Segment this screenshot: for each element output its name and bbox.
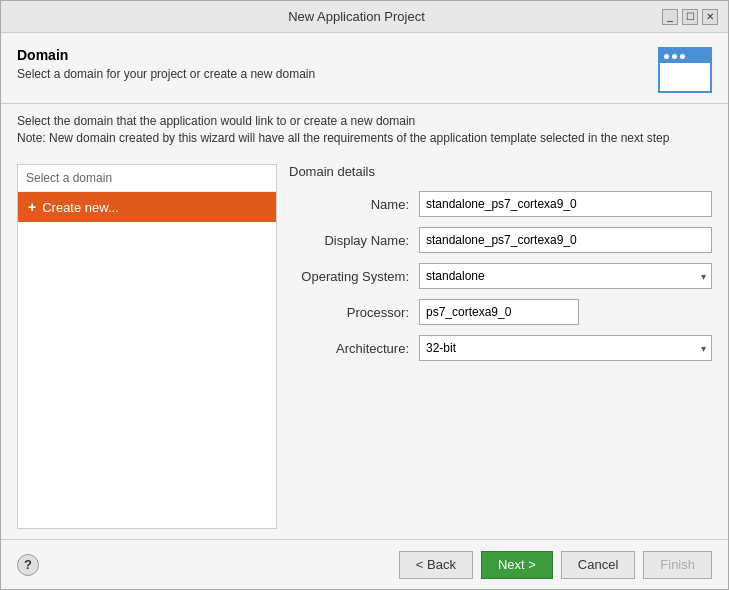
architecture-row: Architecture: 32-bit 64-bit ▾: [289, 335, 712, 361]
header-subtitle: Select a domain for your project or crea…: [17, 67, 648, 81]
os-label: Operating System:: [289, 269, 419, 284]
header-text: Domain Select a domain for your project …: [17, 47, 648, 81]
create-new-label: Create new...: [42, 200, 119, 215]
processor-input[interactable]: [419, 299, 579, 325]
info-line-2: Note: New domain created by this wizard …: [17, 131, 712, 145]
footer-right: < Back Next > Cancel Finish: [399, 551, 712, 579]
dialog-content: Domain Select a domain for your project …: [1, 33, 728, 589]
minimize-button[interactable]: ⎯: [662, 9, 678, 25]
icon-dots-bar: [660, 49, 710, 63]
architecture-select-wrapper: 32-bit 64-bit ▾: [419, 335, 712, 361]
os-select[interactable]: standalone linux freertos: [419, 263, 712, 289]
os-row: Operating System: standalone linux freer…: [289, 263, 712, 289]
icon-dot-2: [672, 54, 677, 59]
os-select-wrapper: standalone linux freertos ▾: [419, 263, 712, 289]
icon-dot-3: [680, 54, 685, 59]
finish-button[interactable]: Finish: [643, 551, 712, 579]
title-bar: New Application Project ⎯ ☐ ✕: [1, 1, 728, 33]
domain-icon: [658, 47, 712, 93]
right-panel: Domain details Name: Display Name: Opera…: [289, 164, 712, 529]
processor-row: Processor:: [289, 299, 712, 325]
domain-details-title: Domain details: [289, 164, 712, 179]
footer-left: ?: [17, 554, 39, 576]
icon-dot-1: [664, 54, 669, 59]
window-title: New Application Project: [51, 9, 662, 24]
header-section: Domain Select a domain for your project …: [1, 33, 728, 104]
architecture-select[interactable]: 32-bit 64-bit: [419, 335, 712, 361]
domain-list: + Create new...: [18, 192, 276, 528]
next-button[interactable]: Next >: [481, 551, 553, 579]
icon-body: [660, 63, 710, 91]
name-input[interactable]: [419, 191, 712, 217]
create-new-item[interactable]: + Create new...: [18, 192, 276, 222]
close-button[interactable]: ✕: [702, 9, 718, 25]
window-controls: ⎯ ☐ ✕: [662, 9, 718, 25]
header-title: Domain: [17, 47, 648, 63]
plus-icon: +: [28, 199, 36, 215]
name-row: Name:: [289, 191, 712, 217]
left-panel: Select a domain + Create new...: [17, 164, 277, 529]
architecture-label: Architecture:: [289, 341, 419, 356]
restore-button[interactable]: ☐: [682, 9, 698, 25]
footer: ? < Back Next > Cancel Finish: [1, 539, 728, 589]
info-line-1: Select the domain that the application w…: [17, 114, 712, 128]
dialog-container: New Application Project ⎯ ☐ ✕ Domain Sel…: [0, 0, 729, 590]
display-name-label: Display Name:: [289, 233, 419, 248]
back-button[interactable]: < Back: [399, 551, 473, 579]
info-section: Select the domain that the application w…: [1, 104, 728, 154]
cancel-button[interactable]: Cancel: [561, 551, 635, 579]
name-label: Name:: [289, 197, 419, 212]
help-button[interactable]: ?: [17, 554, 39, 576]
processor-label: Processor:: [289, 305, 419, 320]
display-name-input[interactable]: [419, 227, 712, 253]
main-area: Select a domain + Create new... Domain d…: [1, 154, 728, 539]
display-name-row: Display Name:: [289, 227, 712, 253]
left-panel-header: Select a domain: [18, 165, 276, 192]
